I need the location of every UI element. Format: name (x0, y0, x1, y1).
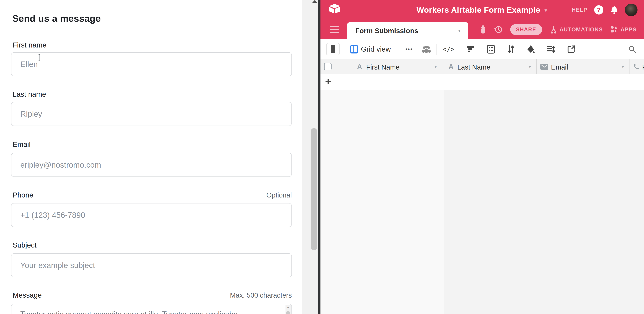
column-header-phone[interactable]: Phone (630, 59, 644, 74)
email-field-type-icon (540, 64, 548, 70)
phone-field-type-icon (632, 63, 640, 71)
screenshot-root: Send us a message First name Last name E… (0, 0, 644, 314)
column-divider (444, 90, 444, 314)
message-max-chars-hint: Max. 500 characters (11, 291, 292, 299)
column-caret-icon[interactable]: ▼ (528, 65, 532, 69)
grid-view-icon (350, 45, 358, 54)
base-title-caret-icon: ▼ (544, 7, 548, 13)
color-fill-icon[interactable] (527, 45, 534, 54)
toolbar-divider (436, 44, 436, 55)
view-toolbar: Grid view ••• </> (320, 39, 644, 59)
history-icon[interactable] (494, 25, 503, 34)
notifications-bell-icon[interactable] (610, 6, 618, 14)
message-textarea[interactable]: Tenetur optio quaerat expedita vero et i… (11, 304, 292, 314)
tab-label: Form Submissions (355, 27, 418, 35)
column-caret-icon[interactable]: ▼ (621, 65, 625, 69)
add-record-row[interactable]: + (320, 74, 644, 90)
contact-form-pane: Send us a message First name Last name E… (0, 0, 304, 314)
form-title: Send us a message (12, 13, 101, 24)
textarea-scroll-thumb[interactable] (286, 311, 290, 314)
automations-icon (550, 26, 557, 34)
text-cursor-icon (38, 54, 40, 61)
automations-button[interactable]: AUTOMATIONS (550, 26, 603, 34)
message-text: Tenetur optio quaerat expedita vero et i… (20, 308, 276, 314)
tab-caret-icon: ▼ (457, 28, 462, 33)
collaborators-icon[interactable] (422, 39, 431, 59)
first-name-label: First name (13, 41, 46, 49)
column-header-last-name[interactable]: A Last Name ▼ (444, 59, 536, 74)
textarea-scrollbar[interactable]: ▲ (286, 305, 290, 314)
subject-input[interactable] (11, 253, 292, 277)
trash-icon[interactable] (480, 25, 487, 34)
hamburger-menu-icon[interactable] (330, 26, 339, 33)
column-name: Phone (642, 63, 644, 71)
airtable-window: Workers Airtable Form Example ▼ HELP ? F… (320, 0, 644, 314)
help-button[interactable]: HELP (572, 7, 587, 13)
sort-icon[interactable] (507, 45, 514, 54)
column-name: First Name (366, 63, 400, 71)
window-divider (318, 0, 320, 314)
column-name: Email (551, 63, 568, 71)
view-options-ellipsis-icon[interactable]: ••• (406, 39, 413, 59)
last-name-label: Last name (13, 90, 46, 98)
grid-header-row: A First Name ▼ A Last Name ▼ Email ▼ (320, 59, 644, 74)
tab-form-submissions[interactable]: Form Submissions ▼ (347, 22, 468, 39)
toolbar-icons: </> (443, 39, 575, 59)
grid-empty-area (444, 90, 644, 314)
email-label: Email (13, 140, 30, 149)
user-avatar[interactable] (625, 4, 638, 16)
embed-code-icon[interactable]: </> (443, 46, 454, 53)
row-height-icon[interactable] (547, 45, 555, 53)
form-pane-scrollbar[interactable] (302, 0, 318, 314)
column-header-first-name[interactable]: A First Name ▼ (320, 59, 444, 74)
grid-view-button[interactable]: Grid view (350, 39, 391, 59)
column-name: Last Name (457, 63, 490, 71)
top-bar-actions: HELP ? (572, 0, 638, 20)
phone-input[interactable] (11, 203, 292, 227)
text-field-type-icon: A (448, 63, 454, 71)
filter-icon[interactable] (467, 46, 474, 53)
scrollbar-up-arrow-icon[interactable] (312, 0, 318, 3)
scrollbar-thumb[interactable] (311, 128, 317, 250)
apps-label: APPS (620, 26, 636, 33)
view-name: Grid view (361, 45, 391, 53)
add-record-plus-icon[interactable]: + (325, 75, 331, 88)
email-input[interactable] (11, 153, 292, 177)
tab-bar-actions: SHARE AUTOMATIONS APPS (480, 20, 636, 39)
column-caret-icon[interactable]: ▼ (434, 65, 438, 69)
apps-icon (610, 26, 618, 34)
help-question-icon[interactable]: ? (594, 5, 604, 15)
phone-optional-hint: Optional (11, 191, 292, 199)
apps-button[interactable]: APPS (610, 26, 636, 34)
automations-label: AUTOMATIONS (560, 26, 603, 33)
scroll-up-icon[interactable]: ▲ (286, 305, 290, 309)
table-tab-bar: Form Submissions ▼ (320, 20, 644, 39)
airtable-top-bar: Workers Airtable Form Example ▼ HELP ? (320, 0, 644, 20)
column-header-email[interactable]: Email ▼ (537, 59, 629, 74)
search-icon[interactable] (628, 39, 636, 59)
subject-label: Subject (13, 241, 36, 249)
column-divider (444, 74, 444, 90)
share-button[interactable]: SHARE (510, 24, 542, 35)
base-title: Workers Airtable Form Example (416, 5, 540, 15)
sidebar-toggle-button[interactable] (326, 43, 340, 55)
group-icon[interactable] (487, 45, 495, 54)
last-name-input[interactable] (11, 102, 292, 126)
text-field-type-icon: A (357, 63, 362, 71)
first-name-input[interactable] (11, 52, 292, 76)
share-view-icon[interactable] (568, 45, 575, 53)
grid-empty-area (320, 90, 444, 314)
